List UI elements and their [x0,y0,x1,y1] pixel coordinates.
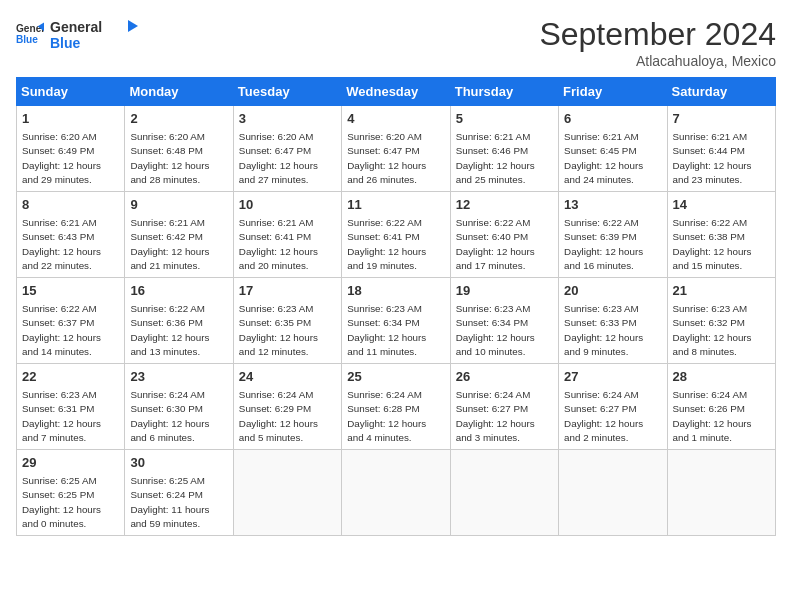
calendar-cell: 24Sunrise: 6:24 AM Sunset: 6:29 PM Dayli… [233,364,341,450]
day-number: 14 [673,196,770,214]
calendar-cell: 9Sunrise: 6:21 AM Sunset: 6:42 PM Daylig… [125,192,233,278]
calendar-week-row: 8Sunrise: 6:21 AM Sunset: 6:43 PM Daylig… [17,192,776,278]
day-number: 20 [564,282,661,300]
calendar-cell: 20Sunrise: 6:23 AM Sunset: 6:33 PM Dayli… [559,278,667,364]
calendar-body: 1Sunrise: 6:20 AM Sunset: 6:49 PM Daylig… [17,106,776,536]
calendar-cell: 13Sunrise: 6:22 AM Sunset: 6:39 PM Dayli… [559,192,667,278]
calendar-cell: 18Sunrise: 6:23 AM Sunset: 6:34 PM Dayli… [342,278,450,364]
calendar-cell: 27Sunrise: 6:24 AM Sunset: 6:27 PM Dayli… [559,364,667,450]
day-number: 15 [22,282,119,300]
day-info: Sunrise: 6:23 AM Sunset: 6:35 PM Dayligh… [239,302,336,359]
day-info: Sunrise: 6:24 AM Sunset: 6:28 PM Dayligh… [347,388,444,445]
calendar-header-monday: Monday [125,78,233,106]
day-info: Sunrise: 6:21 AM Sunset: 6:46 PM Dayligh… [456,130,553,187]
calendar-cell [342,450,450,536]
calendar-cell [450,450,558,536]
calendar-week-row: 1Sunrise: 6:20 AM Sunset: 6:49 PM Daylig… [17,106,776,192]
day-number: 27 [564,368,661,386]
day-info: Sunrise: 6:24 AM Sunset: 6:29 PM Dayligh… [239,388,336,445]
svg-text:Blue: Blue [50,35,81,51]
calendar-cell: 3Sunrise: 6:20 AM Sunset: 6:47 PM Daylig… [233,106,341,192]
day-number: 8 [22,196,119,214]
logo-graphic: General Blue [50,16,140,52]
logo: General Blue General Blue [16,16,140,52]
day-info: Sunrise: 6:20 AM Sunset: 6:48 PM Dayligh… [130,130,227,187]
day-number: 25 [347,368,444,386]
day-number: 4 [347,110,444,128]
day-number: 7 [673,110,770,128]
day-info: Sunrise: 6:23 AM Sunset: 6:33 PM Dayligh… [564,302,661,359]
day-number: 5 [456,110,553,128]
calendar-cell: 12Sunrise: 6:22 AM Sunset: 6:40 PM Dayli… [450,192,558,278]
calendar-cell: 10Sunrise: 6:21 AM Sunset: 6:41 PM Dayli… [233,192,341,278]
calendar-cell: 16Sunrise: 6:22 AM Sunset: 6:36 PM Dayli… [125,278,233,364]
day-info: Sunrise: 6:23 AM Sunset: 6:32 PM Dayligh… [673,302,770,359]
calendar-cell: 17Sunrise: 6:23 AM Sunset: 6:35 PM Dayli… [233,278,341,364]
day-info: Sunrise: 6:24 AM Sunset: 6:27 PM Dayligh… [456,388,553,445]
calendar-week-row: 29Sunrise: 6:25 AM Sunset: 6:25 PM Dayli… [17,450,776,536]
calendar-cell: 1Sunrise: 6:20 AM Sunset: 6:49 PM Daylig… [17,106,125,192]
day-info: Sunrise: 6:20 AM Sunset: 6:47 PM Dayligh… [239,130,336,187]
day-info: Sunrise: 6:22 AM Sunset: 6:41 PM Dayligh… [347,216,444,273]
calendar-header-friday: Friday [559,78,667,106]
calendar-cell: 28Sunrise: 6:24 AM Sunset: 6:26 PM Dayli… [667,364,775,450]
day-number: 16 [130,282,227,300]
calendar-cell: 23Sunrise: 6:24 AM Sunset: 6:30 PM Dayli… [125,364,233,450]
calendar-cell: 22Sunrise: 6:23 AM Sunset: 6:31 PM Dayli… [17,364,125,450]
calendar-header-tuesday: Tuesday [233,78,341,106]
svg-text:General: General [50,19,102,35]
day-info: Sunrise: 6:20 AM Sunset: 6:47 PM Dayligh… [347,130,444,187]
day-info: Sunrise: 6:22 AM Sunset: 6:38 PM Dayligh… [673,216,770,273]
calendar-cell: 15Sunrise: 6:22 AM Sunset: 6:37 PM Dayli… [17,278,125,364]
day-info: Sunrise: 6:25 AM Sunset: 6:25 PM Dayligh… [22,474,119,531]
calendar-header-thursday: Thursday [450,78,558,106]
day-number: 17 [239,282,336,300]
calendar-cell: 30Sunrise: 6:25 AM Sunset: 6:24 PM Dayli… [125,450,233,536]
day-number: 29 [22,454,119,472]
day-number: 30 [130,454,227,472]
day-info: Sunrise: 6:24 AM Sunset: 6:26 PM Dayligh… [673,388,770,445]
day-info: Sunrise: 6:21 AM Sunset: 6:41 PM Dayligh… [239,216,336,273]
calendar-cell: 4Sunrise: 6:20 AM Sunset: 6:47 PM Daylig… [342,106,450,192]
day-info: Sunrise: 6:21 AM Sunset: 6:42 PM Dayligh… [130,216,227,273]
day-info: Sunrise: 6:23 AM Sunset: 6:31 PM Dayligh… [22,388,119,445]
day-info: Sunrise: 6:22 AM Sunset: 6:36 PM Dayligh… [130,302,227,359]
day-number: 24 [239,368,336,386]
month-title: September 2024 [539,16,776,53]
day-number: 6 [564,110,661,128]
calendar-header-saturday: Saturday [667,78,775,106]
day-info: Sunrise: 6:21 AM Sunset: 6:43 PM Dayligh… [22,216,119,273]
calendar-cell: 7Sunrise: 6:21 AM Sunset: 6:44 PM Daylig… [667,106,775,192]
calendar-cell [559,450,667,536]
day-info: Sunrise: 6:21 AM Sunset: 6:45 PM Dayligh… [564,130,661,187]
calendar-cell: 26Sunrise: 6:24 AM Sunset: 6:27 PM Dayli… [450,364,558,450]
day-info: Sunrise: 6:23 AM Sunset: 6:34 PM Dayligh… [456,302,553,359]
calendar-header-row: SundayMondayTuesdayWednesdayThursdayFrid… [17,78,776,106]
calendar-cell: 14Sunrise: 6:22 AM Sunset: 6:38 PM Dayli… [667,192,775,278]
calendar-cell [233,450,341,536]
calendar-header-sunday: Sunday [17,78,125,106]
day-number: 10 [239,196,336,214]
calendar-cell: 6Sunrise: 6:21 AM Sunset: 6:45 PM Daylig… [559,106,667,192]
day-info: Sunrise: 6:23 AM Sunset: 6:34 PM Dayligh… [347,302,444,359]
calendar-table: SundayMondayTuesdayWednesdayThursdayFrid… [16,77,776,536]
day-info: Sunrise: 6:24 AM Sunset: 6:27 PM Dayligh… [564,388,661,445]
day-number: 21 [673,282,770,300]
calendar-cell: 21Sunrise: 6:23 AM Sunset: 6:32 PM Dayli… [667,278,775,364]
svg-text:Blue: Blue [16,34,38,45]
day-number: 23 [130,368,227,386]
day-number: 12 [456,196,553,214]
calendar-cell: 2Sunrise: 6:20 AM Sunset: 6:48 PM Daylig… [125,106,233,192]
day-number: 26 [456,368,553,386]
day-number: 11 [347,196,444,214]
day-number: 13 [564,196,661,214]
logo-icon: General Blue [16,20,44,48]
calendar-cell: 8Sunrise: 6:21 AM Sunset: 6:43 PM Daylig… [17,192,125,278]
day-info: Sunrise: 6:22 AM Sunset: 6:37 PM Dayligh… [22,302,119,359]
calendar-cell: 29Sunrise: 6:25 AM Sunset: 6:25 PM Dayli… [17,450,125,536]
title-block: September 2024 Atlacahualoya, Mexico [539,16,776,69]
day-number: 19 [456,282,553,300]
day-number: 1 [22,110,119,128]
calendar-header-wednesday: Wednesday [342,78,450,106]
calendar-cell: 25Sunrise: 6:24 AM Sunset: 6:28 PM Dayli… [342,364,450,450]
